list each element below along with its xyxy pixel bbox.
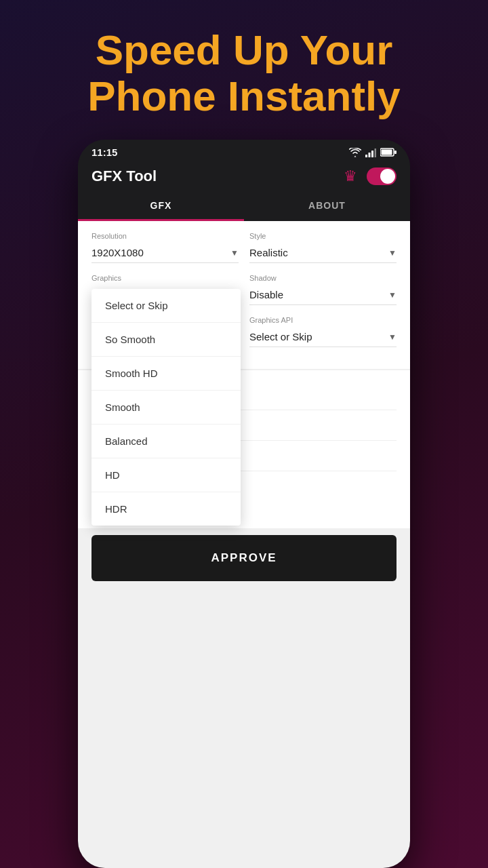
dropdown-item-4[interactable]: Balanced — [92, 425, 241, 458]
resolution-dropdown[interactable]: 1920X1080 ▼ — [92, 243, 239, 263]
dropdown-item-5[interactable]: HD — [92, 458, 241, 492]
resolution-label: Resolution — [92, 232, 239, 240]
app-header: GFX Tool ♛ — [78, 162, 410, 185]
app-title: GFX Tool — [92, 167, 157, 185]
svg-rect-1 — [369, 153, 371, 157]
graphics-label: Graphics — [92, 274, 239, 282]
tab-gfx[interactable]: GFX — [78, 192, 244, 221]
shadow-label: Shadow — [249, 274, 396, 282]
battery-icon — [380, 148, 396, 157]
style-arrow: ▼ — [388, 248, 396, 258]
dropdown-item-6[interactable]: HDR — [92, 492, 241, 526]
graphics-dropdown-menu: Select or Skip So Smooth Smooth HD Smoot… — [92, 289, 241, 526]
shadow-group: Shadow Disable ▼ — [249, 274, 396, 305]
signal-icon — [365, 148, 376, 157]
phone-frame: 11:15 GFX Tool — [78, 140, 410, 868]
status-icons — [349, 148, 396, 157]
graphics-api-arrow: ▼ — [388, 332, 396, 342]
graphics-api-label: Graphics API — [249, 316, 396, 324]
dropdown-item-0[interactable]: Select or Skip — [92, 289, 241, 323]
style-label: Style — [249, 232, 396, 240]
setting-row-1: Resolution 1920X1080 ▼ Style Realistic ▼ — [92, 232, 396, 263]
style-group: Style Realistic ▼ — [249, 232, 396, 263]
power-toggle[interactable] — [367, 167, 396, 185]
dropdown-item-1[interactable]: So Smooth — [92, 323, 241, 357]
shadow-value: Disable — [249, 289, 283, 300]
resolution-group: Resolution 1920X1080 ▼ — [92, 232, 239, 263]
crown-icon: ♛ — [344, 167, 357, 185]
style-value: Realistic — [249, 247, 288, 258]
app-content: Resolution 1920X1080 ▼ Style Realistic ▼ — [78, 221, 410, 868]
resolution-value: 1920X1080 — [92, 247, 144, 258]
toggle-knob — [380, 169, 395, 184]
shadow-dropdown[interactable]: Disable ▼ — [249, 285, 396, 305]
shadow-arrow: ▼ — [388, 290, 396, 300]
tabs-bar: GFX ABOUT — [78, 192, 410, 221]
style-dropdown[interactable]: Realistic ▼ — [249, 243, 396, 263]
tab-about[interactable]: ABOUT — [244, 192, 410, 221]
header-icons: ♛ — [344, 167, 396, 185]
resolution-arrow: ▼ — [230, 248, 239, 258]
wifi-icon — [349, 148, 361, 157]
svg-rect-0 — [365, 155, 367, 157]
svg-rect-6 — [394, 151, 396, 154]
graphics-api-group: Graphics API Select or Skip ▼ — [249, 316, 396, 347]
dropdown-item-2[interactable]: Smooth HD — [92, 357, 241, 391]
status-bar: 11:15 — [78, 140, 410, 162]
approve-button[interactable]: APPROVE — [92, 535, 396, 581]
svg-rect-5 — [382, 150, 392, 155]
graphics-api-value: Select or Skip — [249, 331, 312, 342]
svg-rect-3 — [375, 149, 377, 157]
clock: 11:15 — [92, 146, 117, 158]
hero-title: Speed Up Your Phone Instantly — [0, 0, 488, 140]
dropdown-item-3[interactable]: Smooth — [92, 391, 241, 425]
svg-rect-2 — [371, 151, 373, 157]
graphics-api-dropdown[interactable]: Select or Skip ▼ — [249, 327, 396, 347]
